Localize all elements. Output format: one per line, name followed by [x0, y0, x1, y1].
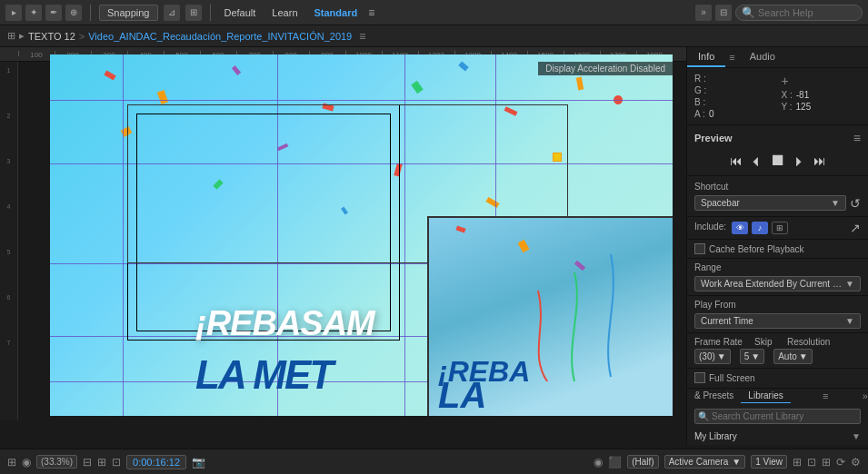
skip-to-start-button[interactable]: ⏮ — [730, 153, 743, 168]
skip-dropdown[interactable]: 5 ▼ — [740, 349, 764, 364]
confetti — [232, 65, 241, 75]
tool-pen[interactable]: ✒ — [45, 5, 62, 21]
breadcrumb-menu-icon[interactable]: ≡ — [359, 30, 365, 43]
bottom-tab-row: & Presets Libraries ≡ » — [687, 389, 868, 403]
library-search: 🔍 — [694, 409, 861, 424]
status-icon-3[interactable]: ⊟ — [83, 456, 92, 469]
info-audio-tabs: Info ≡ Audio — [687, 47, 868, 68]
library-item-my-library[interactable]: My Library ▼ — [687, 428, 868, 445]
ruler-num: 4 — [0, 202, 17, 247]
y-value: 125 — [796, 102, 812, 112]
info-menu-icon[interactable]: ≡ — [729, 52, 734, 63]
status-icon-11[interactable]: ⟳ — [836, 456, 845, 469]
include-overlay-icon[interactable]: ⊞ — [772, 222, 788, 234]
skip-value: 5 — [744, 351, 750, 361]
display-notice: Display Acceleration Disabled — [538, 62, 673, 75]
tool-shape[interactable]: ✦ — [25, 5, 42, 21]
range-dropdown[interactable]: Work Area Extended By Current … ▼ — [694, 276, 861, 291]
workspace-icon[interactable]: ⊟ — [715, 5, 732, 21]
layer-label: TEXTO 12 — [28, 31, 75, 42]
grid-icon[interactable]: ⊞ — [185, 5, 202, 21]
shortcut-dropdown-row: Spacebar ▼ ↺ — [694, 195, 861, 211]
shortcut-reset-button[interactable]: ↺ — [850, 196, 861, 211]
info-grid: R : G : B : A : 0 — [694, 74, 861, 119]
confetti — [411, 81, 423, 94]
include-audio-icon[interactable]: ♪ — [752, 222, 768, 234]
skip-to-end-button[interactable]: ⏭ — [813, 153, 826, 168]
status-bar: ⊞ ◉ (33.3%) ⊟ ⊞ ⊡ 0:00:16:12 📷 ◉ ⬛ (Half… — [0, 449, 868, 474]
preview-menu-icon[interactable]: ≡ — [853, 131, 861, 145]
resolution-dropdown-arrow: ▼ — [799, 351, 808, 361]
comp-text-lameta: LA MET — [195, 352, 332, 398]
camera-select[interactable]: Active Camera ▼ — [664, 455, 745, 469]
comp-name[interactable]: Video_AINDAC_Recaudación_Reporte_INVITAC… — [88, 31, 352, 42]
shortcut-dropdown[interactable]: Spacebar ▼ — [694, 195, 846, 211]
tool-select[interactable]: ▸ — [5, 5, 22, 21]
tab-effects-presets[interactable]: & Presets — [687, 389, 741, 403]
status-icon-9[interactable]: ⊡ — [807, 456, 816, 469]
top-toolbar: ▸ ✦ ✒ ⊕ Snapping ⊿ ⊞ Default Learn Stand… — [0, 0, 868, 25]
expand-icon[interactable]: » — [695, 5, 712, 21]
workspace-learn-label[interactable]: Learn — [266, 7, 303, 18]
framerate-labels-row: Frame Rate Skip Resolution — [694, 337, 861, 347]
composition-canvas[interactable]: ¡REBASAM LA MET Display Acceleration Dis… — [50, 54, 673, 416]
cache-checkbox[interactable] — [694, 243, 705, 254]
preview-controls: ⏮ ⏴ ⏹ ⏵ ⏭ — [694, 151, 861, 170]
stop-button[interactable]: ⏹ — [770, 151, 786, 170]
status-icon-6[interactable]: ◉ — [594, 456, 603, 469]
anchor-point — [553, 153, 562, 162]
status-icon-12[interactable]: ⚙ — [851, 456, 861, 469]
preview-inset: ¡REBA LA — [427, 216, 673, 416]
info-right-col: + X : -81 Y : 125 — [782, 74, 862, 119]
status-icon-8[interactable]: ⊞ — [793, 456, 802, 469]
timecode-display[interactable]: 0:00:16:12 — [126, 455, 186, 469]
view-select[interactable]: 1 View — [751, 455, 787, 469]
status-icon-1[interactable]: ⊞ — [7, 456, 16, 469]
search-icon: 🔍 — [742, 6, 755, 19]
tab-info[interactable]: Info — [687, 47, 725, 67]
bottom-panel-expand-icon[interactable]: » — [863, 390, 868, 401]
breadcrumb-bar: ⊞ ▸ TEXTO 12 > Video_AINDAC_Recaudación_… — [0, 25, 868, 47]
resolution-dropdown[interactable]: Auto ▼ — [773, 349, 812, 364]
status-icon-5[interactable]: ⊡ — [112, 456, 121, 469]
workspace-menu-icon[interactable]: ≡ — [368, 6, 374, 19]
tool-extra[interactable]: ⊕ — [65, 5, 82, 21]
fullscreen-checkbox[interactable] — [694, 372, 705, 383]
confetti — [104, 70, 115, 80]
snapping-button[interactable]: Snapping — [99, 5, 158, 21]
framerate-dropdown[interactable]: (30) ▼ — [694, 349, 731, 364]
tab-libraries[interactable]: Libraries — [741, 389, 790, 403]
quality-select[interactable]: (Half) — [627, 455, 658, 469]
playfrom-dropdown[interactable]: Current Time ▼ — [694, 313, 861, 329]
tab-audio[interactable]: Audio — [739, 47, 786, 67]
magnet-icon[interactable]: ⊿ — [164, 5, 180, 21]
framerate-value: (30) — [699, 351, 715, 361]
confetti — [458, 61, 469, 71]
playfrom-value: Current Time — [701, 316, 845, 326]
plus-button[interactable]: + — [782, 74, 862, 88]
status-icon-2[interactable]: ◉ — [22, 456, 31, 469]
library-name: My Library — [694, 431, 737, 441]
workspace-standard-label[interactable]: Standard — [309, 7, 364, 18]
library-search-input[interactable] — [694, 409, 861, 424]
status-icon-7[interactable]: ⬛ — [608, 456, 622, 469]
canvas-area: 100 200 300 400 500 600 700 800 900 1000… — [0, 47, 686, 445]
ruler-num: 1 — [0, 65, 17, 111]
play-button[interactable]: ⏵ — [793, 153, 806, 168]
fullscreen-label: Full Screen — [709, 373, 755, 383]
comp-text-irebasam: ¡REBASAM — [195, 305, 374, 343]
status-icon-10[interactable]: ⊞ — [822, 456, 831, 469]
main-layout: 100 200 300 400 500 600 700 800 900 1000… — [0, 47, 868, 445]
export-button[interactable]: ↗ — [850, 221, 861, 235]
status-icon-4[interactable]: ⊞ — [97, 456, 106, 469]
preview-title: Preview — [694, 133, 733, 143]
step-back-button[interactable]: ⏴ — [750, 153, 763, 168]
include-video-icon[interactable]: 👁 — [732, 222, 748, 234]
range-section: Range Work Area Extended By Current … ▼ — [687, 259, 868, 296]
preview-header: Preview ≡ — [694, 131, 861, 145]
zoom-level[interactable]: (33.3%) — [36, 455, 77, 469]
bottom-panel-menu-icon[interactable]: ≡ — [823, 390, 828, 401]
preview-text-la: LA — [438, 375, 486, 416]
camera-icon[interactable]: 📷 — [192, 456, 205, 469]
cache-row: Cache Before Playback — [687, 240, 868, 259]
